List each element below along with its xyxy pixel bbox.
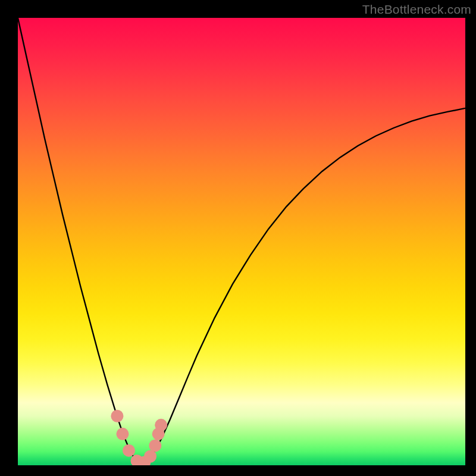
- curve-marker: [149, 439, 161, 452]
- curve-marker: [144, 450, 156, 462]
- watermark-text: TheBottleneck.com: [362, 2, 471, 17]
- curve-marker: [116, 428, 129, 440]
- plot-area: [18, 18, 465, 465]
- curve-markers: [111, 410, 167, 465]
- curve-layer: [18, 18, 465, 465]
- chart-stage: TheBottleneck.com: [0, 0, 476, 476]
- bottleneck-curve: [18, 18, 465, 464]
- curve-marker: [111, 410, 123, 422]
- curve-marker: [155, 419, 167, 431]
- curve-marker: [123, 444, 135, 457]
